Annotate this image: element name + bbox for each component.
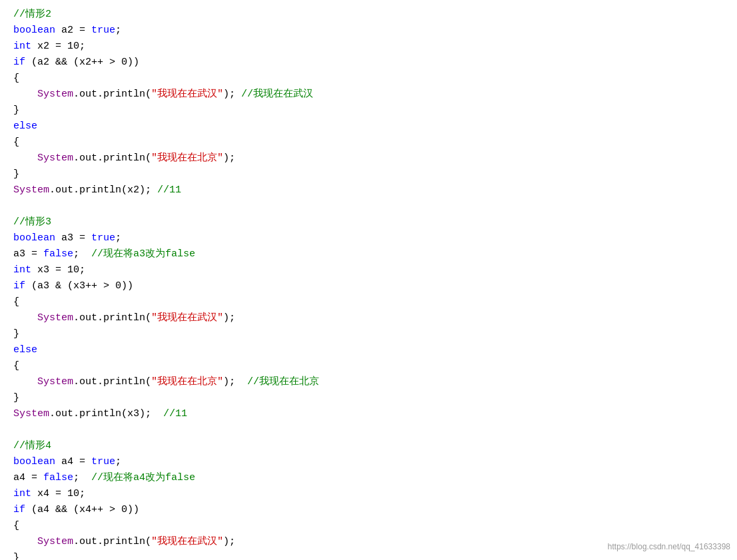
code-line: a4 = false; //现在将a4改为false: [13, 470, 724, 486]
code-line: {: [13, 135, 724, 150]
code-line: if (a4 && (x4++ > 0)): [13, 502, 724, 518]
code-line: int x4 = 10;: [13, 486, 724, 502]
code-line: System.out.println("我现在在北京");: [13, 150, 724, 166]
code-line: System.out.println(x2); //11: [13, 182, 724, 198]
code-line: }: [13, 103, 724, 119]
blank-line: [13, 198, 724, 214]
code-line: //情形3: [13, 214, 724, 230]
code-line: System.out.println("我现在在武汉"); //我现在在武汉: [13, 87, 724, 103]
code-line: {: [13, 358, 724, 374]
code-line: }: [13, 390, 724, 406]
code-line: //情形2: [13, 7, 724, 23]
code-line: int x3 = 10;: [13, 262, 724, 278]
code-line: {: [13, 71, 724, 87]
code-line: boolean a4 = true;: [13, 454, 724, 470]
code-line: }: [13, 326, 724, 342]
code-line: if (a3 & (x3++ > 0)): [13, 278, 724, 294]
code-line: System.out.println(x3); //11: [13, 406, 724, 422]
code-line: else: [13, 342, 724, 358]
blank-line: [13, 422, 724, 438]
code-line: System.out.println("我现在在武汉");: [13, 310, 724, 326]
code-line: if (a2 && (x2++ > 0)): [13, 55, 724, 71]
watermark-text: https://blog.csdn.net/qq_41633398: [608, 541, 730, 553]
code-line: System.out.println("我现在在北京"); //我现在在北京: [13, 374, 724, 390]
code-line: boolean a2 = true;: [13, 23, 724, 39]
code-editor: //情形2boolean a2 = true;int x2 = 10;if (a…: [13, 7, 724, 560]
code-line: else: [13, 119, 724, 135]
code-line: boolean a3 = true;: [13, 230, 724, 246]
code-line: }: [13, 166, 724, 182]
code-line: //情形4: [13, 438, 724, 454]
code-line: int x2 = 10;: [13, 39, 724, 55]
code-line: {: [13, 294, 724, 310]
code-line: {: [13, 518, 724, 534]
code-line: a3 = false; //现在将a3改为false: [13, 246, 724, 262]
